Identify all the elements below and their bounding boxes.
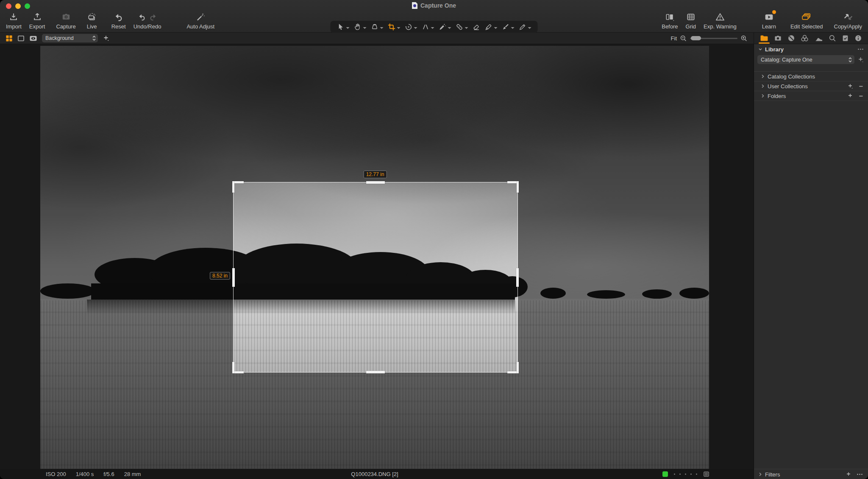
before-button[interactable]: Before [662,10,678,30]
zoom-slider-handle[interactable] [691,36,701,40]
loupe-tool[interactable] [370,22,385,32]
annotate-tool-caret[interactable] [528,27,531,29]
tab-details[interactable] [829,33,836,44]
import-button[interactable]: Import [6,10,22,30]
more-options-icon[interactable] [857,47,864,51]
add-catalog-icon[interactable] [857,56,864,63]
edit-selected-button[interactable]: Edit Selected [790,10,823,30]
heal-tool-caret[interactable] [465,27,468,29]
browser-grid-view-icon[interactable] [6,35,13,42]
tab-lens[interactable] [787,33,795,44]
add-layer-icon[interactable] [103,35,109,42]
catalog-selector[interactable]: Catalog: Capture One [757,55,854,64]
zoom-in-icon[interactable] [740,35,748,42]
before-after-icon [665,11,675,22]
remove-collection-icon[interactable] [858,84,864,89]
library-header[interactable]: Library [754,44,868,54]
section-catalog-collections[interactable]: Catalog Collections [754,72,868,81]
pan-tool[interactable] [353,22,368,32]
crop-height-label: 8.52 in [210,272,230,280]
viewbar-left: Background [0,34,109,42]
draw-mask-tool[interactable] [484,22,499,32]
crop-tool-caret[interactable] [397,27,401,29]
straighten-tool-caret[interactable] [431,27,434,29]
filters-more-icon[interactable] [857,472,863,476]
tab-metadata[interactable] [854,33,862,44]
straighten-tool[interactable] [420,22,436,32]
crop-corner-handle[interactable] [517,181,519,193]
section-label: Catalog Collections [768,73,864,80]
add-folder-icon[interactable] [847,93,853,99]
section-user-collections[interactable]: User Collections [754,81,868,91]
section-folders[interactable]: Folders [754,91,868,101]
filters-section[interactable]: Filters [754,469,868,479]
crop-corner-handle[interactable] [232,181,234,193]
select-tool[interactable] [336,22,351,32]
stepper-icon[interactable] [848,57,852,63]
viewer: 12.77 in 8.52 in ISO 200 1/400 s f/5.6 2… [0,44,754,479]
redo-icon[interactable] [149,13,157,21]
reset-button[interactable]: Reset [111,10,126,30]
draw-mask-tool-caret[interactable] [494,27,498,29]
crop-edge-handle-bottom[interactable] [366,371,385,373]
erase-tool[interactable] [471,22,482,32]
export-button[interactable]: Export [29,10,45,30]
spot-removal-tool[interactable] [437,22,453,32]
add-collection-icon[interactable] [847,83,853,89]
auto-adjust-button[interactable]: Auto Adjust [186,10,214,30]
crop-tool[interactable] [387,22,402,32]
rotate-tool-caret[interactable] [414,27,417,29]
chevron-right-icon[interactable] [761,94,765,98]
pick-tool[interactable] [501,22,516,32]
live-button[interactable]: Live [87,10,97,30]
viewer-status-bar: ISO 200 1/400 s f/5.6 28 mm Q1000234.DNG… [0,469,754,479]
exposure-warning-button[interactable]: Exp. Warning [704,10,737,30]
chevron-right-icon[interactable] [761,74,765,78]
zoom-cluster: Fit [671,35,748,42]
variants-list-icon[interactable] [703,471,709,477]
crop-edge-handle-left[interactable] [232,268,235,287]
tree-silhouette [40,283,95,299]
layer-selector[interactable]: Background [42,34,98,42]
undo-redo-button[interactable]: Undo/Redo [134,10,161,30]
loupe-tool-caret[interactable] [380,27,384,29]
pan-tool-caret[interactable] [363,27,367,29]
zoom-fit-label[interactable]: Fit [671,35,677,42]
heal-tool[interactable] [454,22,470,32]
tab-color[interactable] [801,33,809,44]
photo-canvas[interactable]: 12.77 in 8.52 in [40,46,709,469]
chevron-right-icon[interactable] [761,84,765,88]
crop-window[interactable] [233,182,518,373]
copy-apply-button[interactable]: Copy/Apply [834,10,862,30]
annotate-tool[interactable] [517,22,533,32]
color-tag-green[interactable] [662,471,668,477]
viewer-mode-icon[interactable] [17,35,25,42]
rating-dots[interactable] [672,473,699,475]
stepper-icon[interactable] [92,35,96,41]
proof-margin-eye-icon[interactable] [29,35,37,42]
zoom-slider-track[interactable] [690,38,737,39]
zoom-out-icon[interactable] [680,35,687,42]
remove-folder-icon[interactable] [858,93,864,99]
add-filter-icon[interactable] [846,471,851,477]
chevron-down-icon[interactable] [758,47,762,51]
tab-capture[interactable] [774,33,782,44]
spot-removal-tool-caret[interactable] [448,27,451,29]
toolbar-right-group: Before Grid Exp. Warning [662,10,862,32]
tab-library[interactable] [760,33,768,44]
grid-button[interactable]: Grid [686,10,696,30]
chevron-right-icon[interactable] [758,472,762,476]
tree-silhouette [540,288,566,299]
capture-button[interactable]: Capture [56,10,75,30]
crop-corner-handle[interactable] [232,362,234,373]
learn-button[interactable]: Learn [762,10,776,30]
select-tool-caret[interactable] [346,27,350,29]
pick-tool-caret[interactable] [511,27,515,29]
tab-adjustments[interactable] [842,33,849,44]
crop-edge-handle-top[interactable] [366,181,385,184]
rotate-tool[interactable] [403,22,419,32]
tab-exposure[interactable] [815,33,823,44]
undo-icon[interactable] [138,13,146,21]
crop-edge-handle-right[interactable] [516,268,519,287]
crop-corner-handle[interactable] [517,362,519,373]
